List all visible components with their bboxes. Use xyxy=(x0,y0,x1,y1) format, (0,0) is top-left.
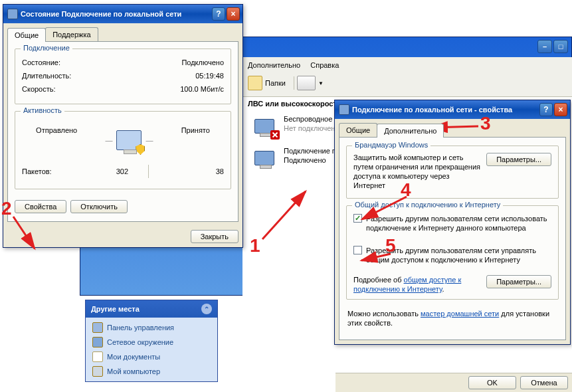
sidepanel-label: Сетевое окружение xyxy=(107,338,173,346)
sidepanel-label: Мои документы xyxy=(107,353,160,361)
connection-icon xyxy=(250,146,278,170)
sidepanel-label: Панель управления xyxy=(107,324,174,332)
annotation-5: 5 xyxy=(385,235,396,256)
activity-icon: — — xyxy=(105,130,153,150)
explorer-toolbar: Папки ▼ xyxy=(242,73,572,93)
ics-allow-control-checkbox[interactable] xyxy=(353,246,362,254)
properties-dialog: Подключение по локальной сети - свойства… xyxy=(334,100,571,345)
menu-help[interactable]: Справка xyxy=(310,61,339,69)
state-value: Подключено xyxy=(181,58,224,66)
sidepanel-label: Мой компьютер xyxy=(107,367,160,375)
speed-value: 100.0 Мбит/с xyxy=(180,85,224,93)
properties-titlebar[interactable]: Подключение по локальной сети - свойства… xyxy=(335,100,570,119)
duration-label: Длительность: xyxy=(22,72,71,80)
computer-icon xyxy=(92,366,103,377)
sidepanel-item-documents[interactable]: Мои документы xyxy=(86,349,217,364)
packets-label: Пакетов: xyxy=(22,167,75,175)
ics-more-text: Подробнее об общем доступе к подключению… xyxy=(353,275,481,294)
folders-button[interactable]: Папки xyxy=(265,79,286,87)
properties-tab-strip: Общие Дополнительно xyxy=(335,119,570,137)
ics-allow-share-row[interactable]: Разрешить другим пользователям сети испо… xyxy=(353,213,551,238)
explorer-maximize-button[interactable]: □ xyxy=(553,40,568,53)
status-titlebar[interactable]: Состояние Подключение по локальной сети … xyxy=(3,5,242,23)
close-button[interactable]: × xyxy=(227,7,240,21)
dialog-icon xyxy=(7,9,18,19)
sidepanel-item-network[interactable]: Сетевое окружение xyxy=(86,335,217,349)
firewall-text: Защитить мой компьютер и сеть путем огра… xyxy=(353,153,481,190)
close-button[interactable]: × xyxy=(554,103,567,116)
home-network-wizard-link[interactable]: мастер домашней сети xyxy=(421,310,499,318)
duration-value: 05:19:48 xyxy=(195,72,224,80)
group-title: Общий доступ к подключению к Интернету xyxy=(352,201,503,209)
views-button[interactable] xyxy=(297,76,316,90)
properties-button[interactable]: Свойства xyxy=(15,200,66,213)
annotation-1: 1 xyxy=(250,235,260,256)
folder-icon xyxy=(248,76,262,90)
tab-general[interactable]: Общие xyxy=(339,123,377,137)
explorer-menu-bar: Дополнительно Справка xyxy=(242,57,572,73)
status-dialog: Состояние Подключение по локальной сети … xyxy=(3,4,243,248)
network-icon xyxy=(92,337,103,347)
state-label: Состояние: xyxy=(22,58,60,66)
close-dialog-button[interactable]: Закрыть xyxy=(191,230,238,243)
packets-received: 38 xyxy=(169,167,224,175)
dialog-icon xyxy=(339,104,349,115)
tab-support[interactable]: Поддержка xyxy=(45,27,98,41)
status-tab-body: Подключение Состояние:Подключено Длитель… xyxy=(7,41,238,222)
sidepanel-item-computer[interactable]: Мой компьютер xyxy=(86,364,217,379)
ics-allow-control-row[interactable]: Разрешить другим пользователям сети упра… xyxy=(353,245,551,270)
status-title: Состояние Подключение по локальной сети xyxy=(21,10,181,18)
tab-advanced[interactable]: Дополнительно xyxy=(377,124,444,138)
documents-icon xyxy=(92,351,103,362)
panel-title: Другие места xyxy=(91,305,140,313)
panel-header[interactable]: Другие места ⌃ xyxy=(86,300,217,318)
explorer-toolbar-area: Дополнительно Справка Папки ▼ xyxy=(242,57,572,97)
status-tab-strip: Общие Поддержка xyxy=(3,23,242,41)
received-label: Принято xyxy=(181,126,210,159)
cancel-button[interactable]: Отмена xyxy=(520,376,568,389)
explorer-window-controls: – □ xyxy=(537,40,568,53)
properties-dialog-footer: OK Отмена xyxy=(335,373,572,392)
help-button[interactable]: ? xyxy=(539,103,553,116)
sent-label: Отправлено xyxy=(36,126,77,159)
annotation-2: 2 xyxy=(1,198,12,219)
tab-general[interactable]: Общие xyxy=(7,28,46,42)
packets-sent: 302 xyxy=(75,167,128,175)
annotation-4: 4 xyxy=(401,179,411,201)
other-places-panel: Другие места ⌃ Панель управления Сетевое… xyxy=(85,300,218,382)
firewall-settings-button[interactable]: Параметры... xyxy=(486,153,551,166)
help-button[interactable]: ? xyxy=(212,7,225,21)
group-title: Брандмауэр Windows xyxy=(352,141,430,149)
ics-allow-share-label: Разрешить другим пользователям сети испо… xyxy=(366,214,551,233)
disable-button[interactable]: Отключить xyxy=(70,200,128,213)
ics-group: Общий доступ к подключению к Интернету Р… xyxy=(346,205,559,300)
group-title: Подключение xyxy=(21,44,72,52)
wizard-hint: Можно использовать мастер домашней сети … xyxy=(346,306,559,334)
ics-settings-button[interactable]: Параметры... xyxy=(486,275,551,288)
shield-icon xyxy=(136,144,145,155)
annotation-3: 3 xyxy=(480,113,491,134)
sidepanel-item-control-panel[interactable]: Панель управления xyxy=(86,320,217,335)
control-panel-icon xyxy=(92,322,103,333)
firewall-group: Брандмауэр Windows Защитить мой компьюте… xyxy=(346,146,559,199)
activity-group: Активность Отправлено — — Принято Пакето… xyxy=(15,111,231,189)
connection-group: Подключение Состояние:Подключено Длитель… xyxy=(15,49,231,104)
disconnected-badge-icon xyxy=(270,130,280,140)
menu-extra[interactable]: Дополнительно xyxy=(248,61,300,69)
speed-label: Скорость: xyxy=(22,85,56,93)
group-title: Активность xyxy=(21,106,64,114)
connection-icon xyxy=(250,114,278,138)
ok-button[interactable]: OK xyxy=(468,376,516,389)
explorer-minimize-button[interactable]: – xyxy=(537,40,552,53)
collapse-icon[interactable]: ⌃ xyxy=(201,304,212,314)
properties-tab-body: Брандмауэр Windows Защитить мой компьюте… xyxy=(339,137,566,340)
ics-allow-share-checkbox[interactable] xyxy=(353,214,362,223)
